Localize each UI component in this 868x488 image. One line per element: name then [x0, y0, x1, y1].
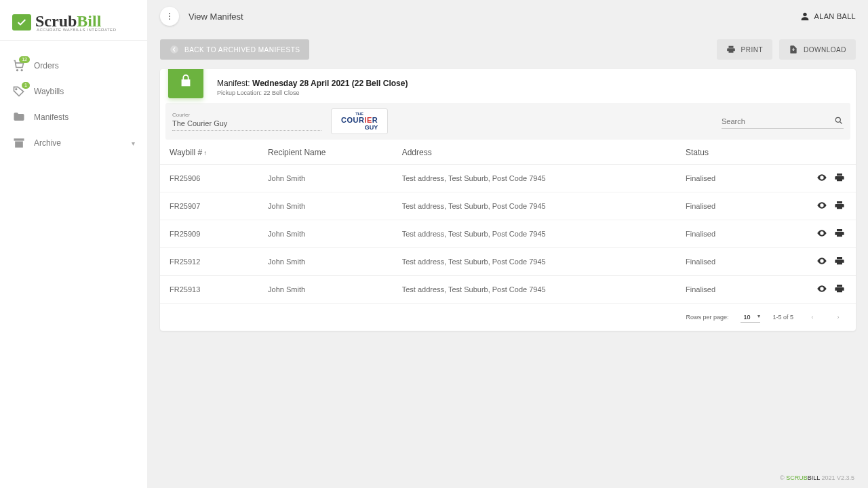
manifest-card: Manifest: Wednesday 28 April 2021 (22 Be… — [160, 69, 856, 331]
sidebar-item-label: Waybills — [34, 87, 64, 96]
download-button-label: DOWNLOAD — [804, 46, 846, 54]
svg-point-5 — [169, 13, 170, 14]
print-icon — [834, 283, 845, 296]
cell-recipient: John Smith — [258, 248, 393, 276]
col-waybill[interactable]: Waybill #↑ — [160, 140, 258, 165]
svg-point-0 — [17, 70, 18, 71]
topbar: View Manifest ALAN BALL — [148, 0, 868, 33]
cell-recipient: John Smith — [258, 220, 393, 248]
arrow-left-circle-icon — [170, 45, 179, 54]
view-row-button[interactable] — [815, 199, 829, 213]
back-button-label: BACK TO ARCHIVED MANIFESTS — [184, 46, 300, 54]
pagination: Rows per page: 10 1-5 of 5 ‹ › — [160, 304, 856, 331]
svg-point-2 — [16, 89, 17, 90]
pagination-range: 1-5 of 5 — [772, 314, 793, 321]
table-row: FR25909John SmithTest address, Test Subu… — [160, 220, 856, 248]
print-icon — [726, 45, 736, 54]
prev-page-button[interactable]: ‹ — [806, 310, 819, 324]
manifest-title: Manifest: Wednesday 28 April 2021 (22 Be… — [217, 79, 408, 88]
tag-icon: 1 — [12, 85, 26, 98]
download-button[interactable]: DOWNLOAD — [779, 39, 856, 60]
courier-field[interactable]: Courier The Courier Guy — [172, 112, 321, 131]
page-title: View Manifest — [189, 12, 243, 22]
search-icon — [834, 116, 844, 125]
logo-mark — [12, 14, 31, 30]
lock-icon — [178, 73, 193, 88]
chevron-down-icon: ▾ — [132, 140, 135, 147]
print-row-button[interactable] — [833, 283, 846, 296]
svg-point-7 — [169, 18, 170, 20]
search-input[interactable] — [722, 115, 844, 129]
cell-address: Test address, Test Suburb, Post Code 794… — [393, 220, 676, 248]
sidebar-item-manifests[interactable]: Manifests — [0, 104, 147, 130]
sidebar-item-orders[interactable]: 12 Orders — [0, 53, 147, 79]
svg-point-10 — [835, 117, 840, 122]
courier-logo: THE COURIER GUY — [331, 108, 388, 134]
sidebar-item-waybills[interactable]: 1 Waybills — [0, 79, 147, 104]
svg-point-9 — [170, 45, 178, 54]
back-button[interactable]: BACK TO ARCHIVED MANIFESTS — [160, 39, 309, 60]
next-page-button[interactable]: › — [831, 310, 845, 324]
print-button-label: PRINT — [741, 46, 764, 54]
sidebar-item-label: Manifests — [34, 113, 68, 122]
footer: © SCRUBBILL 2021 V2.3.5 — [148, 468, 868, 488]
table-row: FR25912John SmithTest address, Test Subu… — [160, 248, 856, 276]
eye-icon — [816, 228, 827, 240]
cell-waybill: FR25912 — [160, 248, 258, 276]
svg-point-11 — [821, 177, 823, 179]
cell-address: Test address, Test Suburb, Post Code 794… — [393, 192, 676, 220]
user-menu[interactable]: ALAN BALL — [800, 11, 856, 22]
print-icon — [834, 228, 845, 240]
user-name: ALAN BALL — [814, 12, 856, 20]
cell-status: Finalised — [676, 276, 762, 304]
col-address[interactable]: Address — [393, 140, 676, 165]
svg-point-12 — [821, 205, 823, 207]
eye-icon — [816, 172, 827, 184]
sidebar-item-archive[interactable]: Archive ▾ — [0, 130, 147, 156]
manifest-header: Manifest: Wednesday 28 April 2021 (22 Be… — [160, 69, 856, 103]
nav: 12 Orders 1 Waybills Manifests — [0, 41, 147, 156]
col-recipient[interactable]: Recipient Name — [258, 140, 393, 165]
table-row: FR25913John SmithTest address, Test Subu… — [160, 276, 856, 304]
rows-per-page-label: Rows per page: — [686, 314, 728, 321]
cell-status: Finalised — [676, 165, 762, 192]
print-row-button[interactable] — [833, 171, 846, 185]
cell-address: Test address, Test Suburb, Post Code 794… — [393, 248, 676, 276]
download-icon — [789, 45, 798, 54]
toolbar: BACK TO ARCHIVED MANIFESTS PRINT DOWNLOA… — [148, 33, 868, 60]
eye-icon — [816, 283, 827, 296]
cell-recipient: John Smith — [258, 165, 393, 192]
waybill-table: Waybill #↑ Recipient Name Address Status… — [160, 140, 856, 304]
brand-tagline: ACCURATE WAYBILLS INTEGRATED — [37, 28, 116, 32]
search-field[interactable] — [722, 115, 844, 129]
svg-point-8 — [803, 13, 806, 16]
sidebar: ScrubBill ACCURATE WAYBILLS INTEGRATED 1… — [0, 0, 148, 488]
more-menu-button[interactable] — [160, 7, 179, 26]
courier-label: Courier — [172, 112, 321, 118]
svg-rect-3 — [14, 138, 24, 140]
print-row-button[interactable] — [833, 199, 846, 213]
cell-waybill: FR25907 — [160, 192, 258, 220]
view-row-button[interactable] — [815, 171, 829, 185]
print-icon — [834, 256, 845, 268]
cell-recipient: John Smith — [258, 276, 393, 304]
view-row-button[interactable] — [815, 283, 829, 296]
table-row: FR25907John SmithTest address, Test Subu… — [160, 192, 856, 220]
print-row-button[interactable] — [833, 255, 846, 268]
view-row-button[interactable] — [815, 255, 829, 268]
rows-per-page-select[interactable]: 10 — [741, 312, 760, 323]
svg-point-6 — [169, 16, 170, 17]
table-row: FR25906John SmithTest address, Test Subu… — [160, 165, 856, 192]
eye-icon — [816, 256, 827, 268]
sidebar-item-label: Orders — [34, 61, 59, 70]
view-row-button[interactable] — [815, 227, 829, 241]
col-status[interactable]: Status — [676, 140, 762, 165]
cell-waybill: FR25909 — [160, 220, 258, 248]
cell-status: Finalised — [676, 220, 762, 248]
cell-waybill: FR25913 — [160, 276, 258, 304]
print-button[interactable]: PRINT — [717, 39, 773, 60]
folder-icon — [12, 110, 26, 124]
person-icon — [800, 11, 810, 22]
print-row-button[interactable] — [833, 227, 846, 241]
cell-address: Test address, Test Suburb, Post Code 794… — [393, 276, 676, 304]
